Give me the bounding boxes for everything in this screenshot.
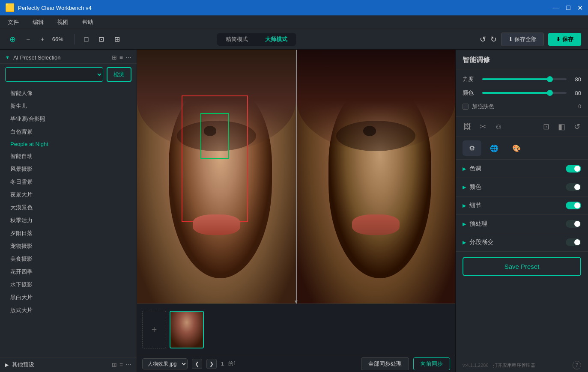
filename-select[interactable]: 人物效果.jpg xyxy=(142,358,188,369)
version-bar: v:4.1.1.2286 打开应用程序管理器 ? xyxy=(456,358,588,372)
compare-tab-icon[interactable]: ⊡ xyxy=(542,121,550,132)
crop-tab-icon[interactable]: ✂ xyxy=(479,121,487,132)
undo-btn[interactable]: ↺ xyxy=(480,35,486,44)
preset-item-6[interactable]: 风景摄影 xyxy=(0,163,137,176)
sync-all-btn[interactable]: 全部同步处理 xyxy=(361,357,409,370)
master-mode-btn[interactable]: 大师模式 xyxy=(257,33,296,46)
tone-toggle-knob xyxy=(574,166,580,172)
preset-item-8[interactable]: 夜景大片 xyxy=(0,188,137,201)
forward-sync-btn[interactable]: 向前同步 xyxy=(413,357,450,370)
zoom-in-btn[interactable]: + xyxy=(38,34,47,45)
right-image-panel[interactable] xyxy=(297,50,456,304)
camera-tab-icon[interactable]: 🖼 xyxy=(463,122,472,132)
preset-item-7[interactable]: 冬日雪景 xyxy=(0,176,137,188)
color-track[interactable] xyxy=(482,92,567,94)
expand-arrow-icon: ▼ xyxy=(5,55,10,60)
bottom-bar: 人物效果.jpg ❮ ❯ 1 的1 全部同步处理 向前同步 xyxy=(137,355,455,372)
gradient-toggle[interactable] xyxy=(566,238,581,246)
tone-arrow-icon: ▶ xyxy=(463,166,466,172)
tone-toggle[interactable] xyxy=(566,165,581,173)
gradient-arrow-icon: ▶ xyxy=(463,240,466,245)
accordion-color-header[interactable]: ▶ 颜色 xyxy=(456,178,588,196)
simple-mode-btn[interactable]: 精简模式 xyxy=(217,33,257,46)
strength-thumb[interactable] xyxy=(547,76,553,82)
minimize-btn[interactable]: — xyxy=(552,4,559,12)
accordion-detail-header[interactable]: ▶ 细节 xyxy=(456,196,588,214)
preset-item-12[interactable]: 宠物摄影 xyxy=(0,240,137,253)
save-btn[interactable]: ⬇ 保存 xyxy=(548,33,581,46)
adjust-tab-icon[interactable]: ◧ xyxy=(557,121,566,132)
redo-btn[interactable]: ↻ xyxy=(490,35,497,44)
close-btn[interactable]: ✕ xyxy=(577,4,583,12)
preset-item-11[interactable]: 夕阳日落 xyxy=(0,227,137,240)
left-image-panel[interactable] xyxy=(137,50,296,304)
accordion-preprocess: ▶ 预处理 xyxy=(456,215,588,233)
preset-list: 智能人像 新生儿 毕业照/合影照 白色背景 People at Night 智能… xyxy=(0,85,137,357)
detect-btn[interactable]: 检测 xyxy=(107,67,131,82)
color-thumb[interactable] xyxy=(547,90,553,96)
menu-view[interactable]: 视图 xyxy=(55,17,71,28)
accordion-gradient-header[interactable]: ▶ 分段渐变 xyxy=(456,233,588,251)
color-toggle[interactable] xyxy=(566,183,581,191)
color-label: 颜色 xyxy=(463,89,478,97)
next-btn[interactable]: ❯ xyxy=(206,359,217,369)
preset-item-0[interactable]: 智能人像 xyxy=(0,87,137,100)
app-title: Perfectly Clear Workbench v4 xyxy=(18,5,552,11)
preset-item-13[interactable]: 美食摄影 xyxy=(0,253,137,265)
enhance-skin-checkbox[interactable] xyxy=(463,104,469,110)
preset-item-3[interactable]: 白色背景 xyxy=(0,125,137,138)
help-btn[interactable]: ? xyxy=(573,361,581,369)
menu-file[interactable]: 文件 xyxy=(5,17,21,28)
preset-item-9[interactable]: 大漠景色 xyxy=(0,201,137,214)
subtab-sliders[interactable]: ⚙ xyxy=(463,140,481,156)
save-all-btn[interactable]: ⬇ 保存全部 xyxy=(501,33,544,46)
detail-toggle[interactable] xyxy=(566,202,581,209)
toolbar-separator-1 xyxy=(75,34,75,45)
open-manager-link[interactable]: 打开应用程序管理器 xyxy=(493,362,535,369)
footer-grid-icon[interactable]: ⊞ xyxy=(112,361,117,368)
view-split-btn[interactable]: ⊡ xyxy=(96,33,107,45)
strength-track[interactable] xyxy=(482,78,567,80)
save-preset-btn[interactable]: Save Preset xyxy=(463,257,581,276)
zoom-out-btn[interactable]: − xyxy=(24,34,33,45)
footer-more-icon[interactable]: ⋯ xyxy=(125,361,131,368)
face-tab-icon[interactable]: ☺ xyxy=(494,122,503,132)
view-compare-btn[interactable]: ⊞ xyxy=(112,33,122,45)
preset-item-15[interactable]: 水下摄影 xyxy=(0,278,137,291)
fit-view-btn[interactable]: ⊕ xyxy=(7,33,18,46)
subtab-brush[interactable]: 🎨 xyxy=(507,140,526,156)
subtab-globe[interactable]: 🌐 xyxy=(485,140,504,156)
preset-item-17[interactable]: 版式大片 xyxy=(0,304,137,317)
preset-item-14[interactable]: 花开四季 xyxy=(0,265,137,278)
list-view-icon[interactable]: ≡ xyxy=(119,54,123,61)
prev-btn[interactable]: ❮ xyxy=(192,359,202,369)
preset-item-5[interactable]: 智能自动 xyxy=(0,150,137,163)
view-single-btn[interactable]: □ xyxy=(82,34,91,45)
preset-item-10[interactable]: 秋季活力 xyxy=(0,214,137,227)
preset-selector: 智能人像新生儿毕业照/合影照白色背景People at Night智能自动风景摄… xyxy=(5,67,131,82)
grid-view-icon[interactable]: ⊞ xyxy=(112,54,117,61)
preset-item-2[interactable]: 毕业照/合影照 xyxy=(0,113,137,125)
sub-tabs: ⚙ 🌐 🎨 xyxy=(456,137,588,160)
preset-item-4[interactable]: People at Night xyxy=(0,138,137,150)
refresh-tab-icon[interactable]: ↺ xyxy=(573,121,581,132)
sidebar-header: ▼ AI Preset Selection ⊞ ≡ ⋯ xyxy=(0,50,137,64)
preset-dropdown[interactable]: 智能人像新生儿毕业照/合影照白色背景People at Night智能自动风景摄… xyxy=(5,67,103,82)
gradient-label: 分段渐变 xyxy=(469,238,566,246)
preprocess-toggle[interactable] xyxy=(566,220,581,228)
thumbnail-1[interactable] xyxy=(170,311,204,348)
window-controls[interactable]: — □ ✕ xyxy=(552,4,583,12)
menu-help[interactable]: 帮助 xyxy=(80,17,96,28)
more-icon[interactable]: ⋯ xyxy=(125,54,131,61)
strength-fill xyxy=(482,78,550,80)
add-image-btn[interactable]: + xyxy=(142,311,166,348)
footer-list-icon[interactable]: ≡ xyxy=(119,361,123,368)
menu-edit[interactable]: 编辑 xyxy=(30,17,46,28)
maximize-btn[interactable]: □ xyxy=(566,4,570,12)
image-compare[interactable] xyxy=(137,50,455,304)
preset-item-1[interactable]: 新生儿 xyxy=(0,100,137,113)
filmstrip: ▼ + xyxy=(137,304,455,355)
preset-item-16[interactable]: 黑白大片 xyxy=(0,291,137,304)
accordion-tone-header[interactable]: ▶ 色调 xyxy=(456,160,588,178)
accordion-preprocess-header[interactable]: ▶ 预处理 xyxy=(456,215,588,233)
